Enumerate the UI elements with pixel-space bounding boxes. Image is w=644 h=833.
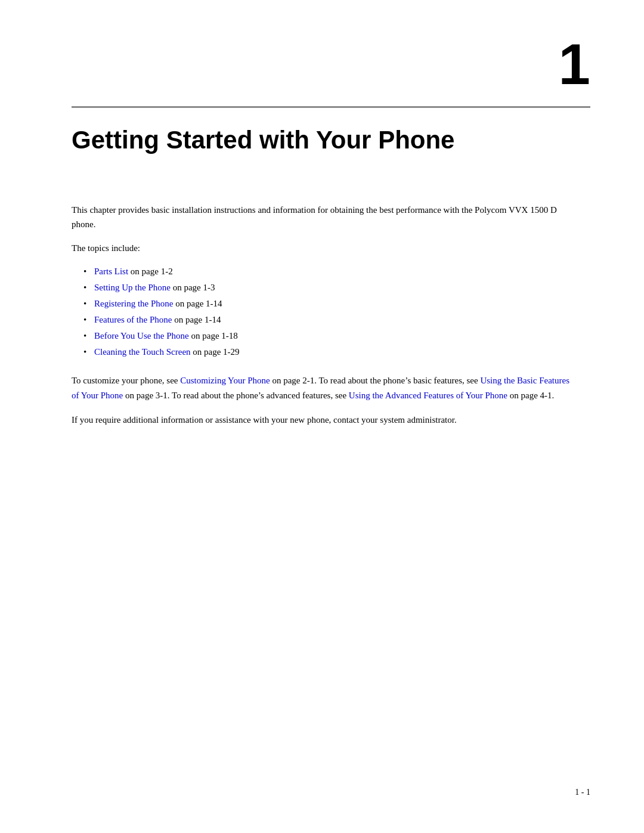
list-item: Parts List on page 1-2	[83, 264, 572, 280]
list-item: Setting Up the Phone on page 1-3	[83, 280, 572, 296]
body-paragraph-1: To customize your phone, see Customizing…	[72, 373, 572, 403]
page: 1 Getting Started with Your Phone This c…	[0, 0, 644, 833]
list-item-text: on page 1-18	[189, 331, 238, 340]
list-item: Features of the Phone on page 1-14	[83, 312, 572, 328]
list-item: Cleaning the Touch Screen on page 1-29	[83, 344, 572, 360]
topics-list: Parts List on page 1-2 Setting Up the Ph…	[83, 264, 572, 360]
setting-up-link[interactable]: Setting Up the Phone	[94, 283, 171, 292]
chapter-number: 1	[559, 36, 590, 93]
before-use-link[interactable]: Before You Use the Phone	[94, 331, 189, 340]
list-item-text: on page 1-29	[191, 347, 240, 357]
topics-label: The topics include:	[72, 241, 572, 255]
advanced-features-link[interactable]: Using the Advanced Features of Your Phon…	[349, 391, 507, 400]
body-p1-pre: To customize your phone, see	[72, 376, 180, 385]
cleaning-link[interactable]: Cleaning the Touch Screen	[94, 347, 191, 357]
chapter-title: Getting Started with Your Phone	[72, 125, 572, 155]
top-rule	[72, 106, 590, 108]
body-p1-mid1: on page 2-1. To read about the phone’s b…	[270, 376, 481, 385]
parts-list-link[interactable]: Parts List	[94, 267, 128, 276]
body-p1-mid2: on page 3-1. To read about the phone’s a…	[123, 391, 349, 400]
list-item-text: on page 1-2	[128, 267, 173, 276]
list-item: Before You Use the Phone on page 1-18	[83, 328, 572, 344]
features-link[interactable]: Features of the Phone	[94, 315, 172, 324]
list-item-text: on page 1-3	[171, 283, 215, 292]
body-paragraph-2: If you require additional information or…	[72, 413, 572, 428]
customizing-link[interactable]: Customizing Your Phone	[180, 376, 270, 385]
registering-link[interactable]: Registering the Phone	[94, 299, 173, 308]
list-item-text: on page 1-14	[172, 315, 221, 324]
list-item-text: on page 1-14	[173, 299, 222, 308]
intro-paragraph: This chapter provides basic installation…	[72, 203, 572, 231]
page-number: 1 - 1	[575, 788, 590, 797]
list-item: Registering the Phone on page 1-14	[83, 296, 572, 312]
body-p1-end: on page 4-1.	[507, 391, 554, 400]
